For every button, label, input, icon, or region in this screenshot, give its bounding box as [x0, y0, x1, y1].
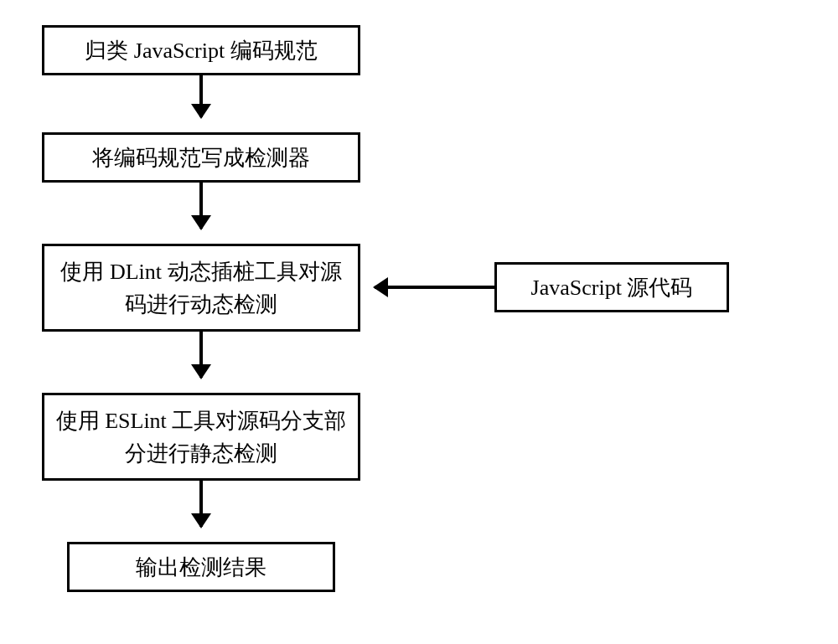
- arrow-step1-step2: [199, 75, 203, 117]
- flowchart-input: JavaScript 源代码: [494, 262, 729, 312]
- arrow-step4-step5: [199, 481, 203, 527]
- flowchart-step4: 使用 ESLint 工具对源码分支部分进行静态检测: [42, 393, 360, 481]
- step1-text: 归类 JavaScript 编码规范: [85, 34, 317, 67]
- step5-text: 输出检测结果: [136, 551, 266, 584]
- arrow-step2-step3: [199, 183, 203, 229]
- flowchart-step1: 归类 JavaScript 编码规范: [42, 25, 360, 75]
- step3-text: 使用 DLint 动态插桩工具对源码进行动态检测: [54, 255, 348, 321]
- flowchart-step2: 将编码规范写成检测器: [42, 132, 360, 183]
- arrow-step3-step4: [199, 332, 203, 378]
- step2-text: 将编码规范写成检测器: [92, 142, 310, 174]
- input-text: JavaScript 源代码: [531, 271, 693, 304]
- flowchart-step5: 输出检测结果: [67, 542, 335, 592]
- step4-text: 使用 ESLint 工具对源码分支部分进行静态检测: [54, 404, 348, 470]
- arrow-input-step3: [375, 286, 494, 289]
- flowchart-step3: 使用 DLint 动态插桩工具对源码进行动态检测: [42, 244, 360, 332]
